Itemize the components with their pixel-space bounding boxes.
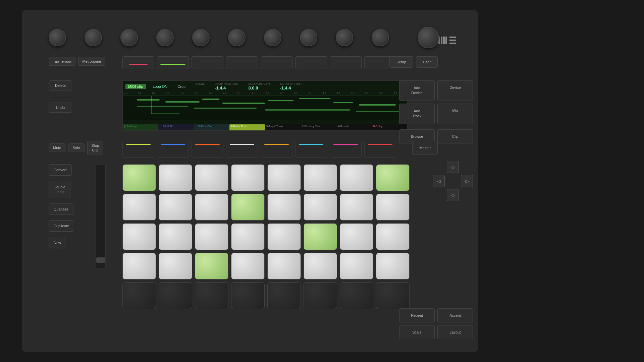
color-track-5[interactable] bbox=[261, 141, 292, 158]
duplicate-button[interactable]: Duplicate bbox=[49, 220, 74, 232]
undo-button[interactable]: Undo bbox=[49, 103, 72, 113]
add-device-button[interactable]: Add Device bbox=[399, 80, 435, 101]
pad-4-1[interactable] bbox=[122, 253, 156, 280]
stop-clip-button[interactable]: Stop Clip bbox=[87, 141, 104, 155]
delete-button[interactable]: Delete bbox=[49, 80, 72, 90]
slider-btn-6[interactable] bbox=[295, 56, 327, 69]
knob-4[interactable] bbox=[156, 29, 174, 46]
nav-down-button[interactable]: ◇ bbox=[447, 189, 459, 201]
slider-btn-3[interactable] bbox=[192, 56, 223, 69]
knob-6[interactable] bbox=[228, 29, 246, 46]
pad-3-2[interactable] bbox=[159, 223, 192, 250]
track-label-5[interactable]: 5-Aapril Toww bbox=[265, 124, 301, 130]
pad-4-8[interactable] bbox=[376, 253, 410, 280]
color-track-8[interactable] bbox=[364, 141, 396, 158]
knob-3[interactable] bbox=[120, 29, 138, 46]
new-button[interactable]: New bbox=[49, 237, 66, 248]
add-track-button[interactable]: Add Track bbox=[399, 104, 435, 124]
pad-1-1[interactable] bbox=[122, 164, 156, 191]
pad-3-6[interactable] bbox=[304, 223, 337, 250]
color-track-3[interactable] bbox=[192, 141, 223, 158]
knob-main[interactable] bbox=[418, 27, 439, 48]
pad-3-1[interactable] bbox=[122, 223, 156, 250]
pad-4-5[interactable] bbox=[267, 253, 301, 280]
pad-1-2[interactable] bbox=[159, 164, 192, 191]
slider-handle[interactable] bbox=[96, 257, 105, 263]
knob-5[interactable] bbox=[192, 29, 210, 46]
slider-btn-1[interactable] bbox=[122, 56, 154, 69]
convert-button[interactable]: Convert bbox=[49, 164, 72, 176]
track-label-1[interactable]: ||| 1-Group bbox=[123, 124, 158, 130]
pad-4-3[interactable] bbox=[195, 253, 228, 280]
pad-2-2[interactable] bbox=[159, 194, 192, 221]
pad-4-4[interactable] bbox=[231, 253, 265, 280]
scale-button[interactable]: Scale bbox=[399, 325, 435, 339]
knob-10[interactable] bbox=[372, 29, 389, 46]
pad-5-4[interactable] bbox=[231, 282, 265, 309]
slider-btn-4[interactable] bbox=[226, 56, 258, 69]
pad-1-8[interactable] bbox=[376, 164, 410, 191]
pad-5-1[interactable] bbox=[122, 282, 156, 309]
knob-1[interactable] bbox=[49, 29, 66, 46]
pad-2-1[interactable] bbox=[122, 194, 156, 221]
pad-5-6[interactable] bbox=[304, 282, 337, 309]
pad-2-5[interactable] bbox=[267, 194, 301, 221]
track-label-3[interactable]: ::: 3-Allee Gate bbox=[194, 124, 229, 130]
pad-2-3[interactable] bbox=[195, 194, 228, 221]
clip-button[interactable]: Clip bbox=[437, 129, 473, 143]
knob-2[interactable] bbox=[85, 29, 102, 46]
double-loop-button[interactable]: Double Loop bbox=[49, 181, 70, 198]
track-label-7[interactable]: A-Reverb bbox=[336, 124, 372, 130]
slider-btn-5[interactable] bbox=[261, 56, 292, 69]
metronome-button[interactable]: Metronome bbox=[78, 57, 106, 66]
mute-button[interactable]: Mute bbox=[49, 143, 65, 152]
pad-5-5[interactable] bbox=[267, 282, 301, 309]
vertical-slider[interactable] bbox=[96, 164, 106, 268]
pad-1-3[interactable] bbox=[195, 164, 228, 191]
master-button[interactable]: Master bbox=[412, 141, 438, 155]
pad-5-3[interactable] bbox=[195, 282, 228, 309]
color-track-2[interactable] bbox=[157, 141, 189, 158]
pad-1-4[interactable] bbox=[231, 164, 265, 191]
pad-3-7[interactable] bbox=[340, 223, 373, 250]
pad-1-6[interactable] bbox=[304, 164, 337, 191]
pad-4-2[interactable] bbox=[159, 253, 192, 280]
knob-8[interactable] bbox=[300, 29, 317, 46]
track-label-2[interactable]: ::: 2-212 Kit bbox=[158, 124, 194, 130]
mix-button[interactable]: Mix bbox=[437, 104, 473, 124]
pad-2-8[interactable] bbox=[376, 194, 410, 221]
slider-btn-7[interactable] bbox=[330, 56, 362, 69]
track-label-6[interactable]: 6-Glowing Filar bbox=[301, 124, 336, 130]
color-track-4[interactable] bbox=[226, 141, 258, 158]
color-track-1[interactable] bbox=[122, 141, 154, 158]
tap-tempo-button[interactable]: Tap Tempo bbox=[49, 57, 75, 66]
pad-3-5[interactable] bbox=[267, 223, 301, 250]
color-track-7[interactable] bbox=[330, 141, 362, 158]
nav-left-button[interactable]: ◁ bbox=[433, 175, 445, 187]
accent-button[interactable]: Accent bbox=[437, 308, 473, 322]
quantize-button[interactable]: Quantize bbox=[49, 203, 73, 215]
pad-1-5[interactable] bbox=[267, 164, 301, 191]
pad-5-8[interactable] bbox=[376, 282, 410, 309]
pad-4-6[interactable] bbox=[304, 253, 337, 280]
pad-5-7[interactable] bbox=[340, 282, 373, 309]
pad-3-3[interactable] bbox=[195, 223, 228, 250]
pad-2-6[interactable] bbox=[304, 194, 337, 221]
device-button[interactable]: Device bbox=[437, 80, 473, 101]
nav-up-button[interactable]: ◇ bbox=[447, 161, 459, 173]
pad-2-4[interactable] bbox=[231, 194, 265, 221]
knob-9[interactable] bbox=[336, 29, 353, 46]
nav-right-button[interactable]: ▷ bbox=[461, 175, 473, 187]
track-label-4[interactable]: 4-Better Boun bbox=[229, 124, 265, 130]
knob-7[interactable] bbox=[264, 29, 281, 46]
pad-2-7[interactable] bbox=[340, 194, 373, 221]
setup-button[interactable]: Setup bbox=[389, 56, 413, 68]
pad-4-7[interactable] bbox=[340, 253, 373, 280]
solo-button[interactable]: Solo bbox=[68, 143, 84, 152]
user-button[interactable]: User bbox=[416, 56, 438, 68]
pad-1-7[interactable] bbox=[340, 164, 373, 191]
slider-btn-2[interactable] bbox=[157, 56, 189, 69]
pad-3-8[interactable] bbox=[376, 223, 410, 250]
waveform-area[interactable]: -1.4 1.1 1.2 1.3 1.4 2.1 2.2 2.3 2.4 3.1… bbox=[123, 92, 407, 120]
pad-3-4[interactable] bbox=[231, 223, 265, 250]
